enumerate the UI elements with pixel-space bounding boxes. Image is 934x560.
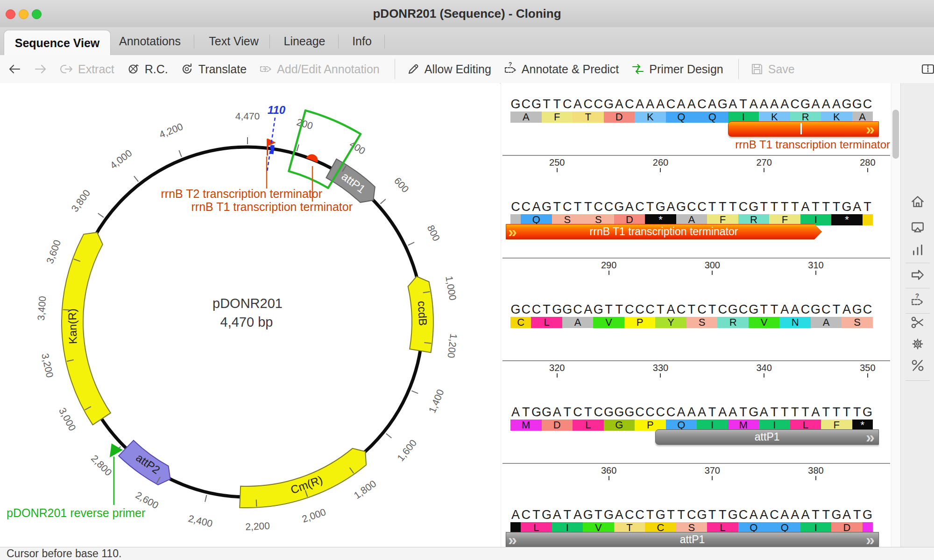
dna-base[interactable]: G [614, 201, 624, 213]
terminator-t1-label[interactable]: rrnB T1 transcription terminator [191, 200, 353, 213]
dna-base[interactable]: G [510, 303, 521, 315]
dna-base[interactable]: C [593, 201, 603, 213]
amino-acid-cell[interactable]: P [624, 317, 656, 328]
dna-base[interactable]: A [749, 98, 759, 110]
extract-button[interactable]: Extract [60, 62, 114, 76]
dna-base[interactable]: G [603, 98, 614, 110]
dna-base[interactable]: T [862, 201, 872, 213]
dna-base[interactable]: G [624, 406, 635, 418]
terminator-t2-label[interactable]: rrnB T2 transcription terminator [161, 187, 323, 200]
amino-acid-cell[interactable]: N [779, 317, 811, 328]
amino-acid-cell[interactable]: I [800, 214, 832, 225]
home-icon[interactable] [910, 194, 925, 211]
amino-acid-cell[interactable]: D [542, 420, 573, 431]
amino-acid-row[interactable]: CLAVPYSRVNAS [510, 317, 873, 328]
dna-base[interactable]: C [531, 303, 541, 315]
amino-acid-cell[interactable]: * [831, 214, 863, 225]
dna-base[interactable]: G [531, 98, 541, 110]
dna-sequence-row[interactable]: GCGTTCACCGACAAACAACAGATAAAACGAAAGGC [510, 98, 872, 110]
dna-base[interactable]: C [862, 98, 872, 110]
dna-base[interactable]: T [521, 406, 531, 418]
amino-acid-cell[interactable]: T [573, 112, 604, 123]
dna-base[interactable]: C [635, 406, 645, 418]
dna-base[interactable]: C [738, 201, 748, 213]
translate-button[interactable]: Translate [180, 62, 247, 76]
feature-arrow-attp1[interactable]: attP1»» [506, 532, 879, 547]
dna-base[interactable]: G [655, 509, 665, 521]
dna-base[interactable]: C [624, 303, 635, 315]
dna-base[interactable]: G [862, 406, 872, 418]
sequence-scrollbar[interactable] [891, 83, 901, 547]
dna-base[interactable]: C [697, 201, 707, 213]
amino-acid-cell[interactable]: M [510, 420, 542, 431]
tab-lineage[interactable]: Lineage [278, 27, 331, 55]
dna-base[interactable]: A [717, 406, 728, 418]
dna-base[interactable]: A [842, 303, 852, 315]
amino-acid-cell[interactable]: Y [655, 317, 686, 328]
amino-acid-cell[interactable]: Q [521, 214, 552, 225]
annotate-arrow-icon[interactable]: ? [910, 293, 925, 310]
dna-sequence-row[interactable]: CCAGTCTTCCGACTGAGCCTTTCGTTTTATTTGAT [510, 201, 872, 213]
dna-base[interactable]: T [645, 509, 655, 521]
amino-acid-cell[interactable]: R [738, 214, 770, 225]
dna-base[interactable]: C [583, 98, 593, 110]
dna-base[interactable]: G [749, 201, 759, 213]
dna-base[interactable]: A [655, 98, 665, 110]
annotate-predict-button[interactable]: ?Annotate & Predict [503, 62, 619, 76]
amino-acid-row[interactable]: QSSD*AFRFI* [510, 214, 873, 225]
amino-acid-cell[interactable]: F [707, 214, 738, 225]
dna-base[interactable]: T [821, 406, 831, 418]
feature-label-below[interactable]: rrnB T1 transcription terminator [502, 138, 890, 151]
dna-base[interactable]: G [510, 98, 521, 110]
dna-base[interactable]: C [521, 509, 531, 521]
dna-base[interactable]: T [831, 201, 842, 213]
dna-base[interactable]: A [759, 406, 769, 418]
dna-base[interactable]: C [686, 509, 697, 521]
dna-base[interactable]: C [521, 201, 531, 213]
dna-base[interactable]: C [665, 98, 676, 110]
dna-base[interactable]: G [852, 303, 862, 315]
dna-base[interactable]: T [707, 201, 717, 213]
dna-base[interactable]: T [573, 201, 583, 213]
dna-base[interactable]: C [686, 201, 697, 213]
dna-base[interactable]: T [790, 201, 800, 213]
scrollbar-thumb[interactable] [892, 110, 899, 159]
amino-acid-cell[interactable]: S [552, 214, 583, 225]
dna-base[interactable]: A [676, 406, 686, 418]
dna-base[interactable]: T [562, 406, 573, 418]
dna-base[interactable]: T [852, 509, 862, 521]
dna-base[interactable]: T [593, 509, 603, 521]
dna-base[interactable]: A [552, 509, 562, 521]
tab-sequence-view[interactable]: Sequence View [4, 30, 111, 56]
dna-base[interactable]: C [790, 98, 800, 110]
dna-base[interactable]: A [811, 406, 821, 418]
dna-base[interactable]: G [552, 303, 562, 315]
percent-icon[interactable] [910, 358, 925, 375]
amino-acid-cell[interactable]: L [573, 420, 604, 431]
dna-base[interactable]: T [655, 303, 665, 315]
dna-base[interactable]: T [665, 509, 676, 521]
dna-base[interactable]: T [707, 406, 717, 418]
dna-base[interactable]: G [749, 303, 759, 315]
amino-acid-cell[interactable]: S [583, 214, 614, 225]
dna-base[interactable]: C [573, 406, 583, 418]
dna-base[interactable]: C [738, 509, 748, 521]
dna-base[interactable]: G [541, 406, 552, 418]
dna-base[interactable]: G [728, 509, 738, 521]
amino-acid-cell[interactable]: V [593, 317, 624, 328]
dna-base[interactable]: T [811, 509, 821, 521]
dna-base[interactable]: A [790, 303, 800, 315]
dna-base[interactable]: C [603, 201, 614, 213]
dna-base[interactable]: T [614, 303, 624, 315]
amino-acid-cell[interactable]: D [604, 112, 635, 123]
dna-base[interactable]: A [573, 98, 583, 110]
dna-base[interactable]: T [738, 406, 748, 418]
arrow-right-icon[interactable] [910, 267, 925, 284]
dna-sequence-row[interactable]: GCCTGGCAGTTCCCTACTCTCGCGTTAACGCTAGC [510, 303, 872, 315]
dna-base[interactable]: A [510, 406, 521, 418]
dna-base[interactable]: C [562, 201, 573, 213]
dna-base[interactable]: T [541, 303, 552, 315]
plasmid-map-panel[interactable]: attP1ccdBCm(R)attP2Kan(R)2004006008001,0… [0, 83, 500, 547]
dna-base[interactable]: C [862, 303, 872, 315]
dna-base[interactable]: A [821, 98, 831, 110]
